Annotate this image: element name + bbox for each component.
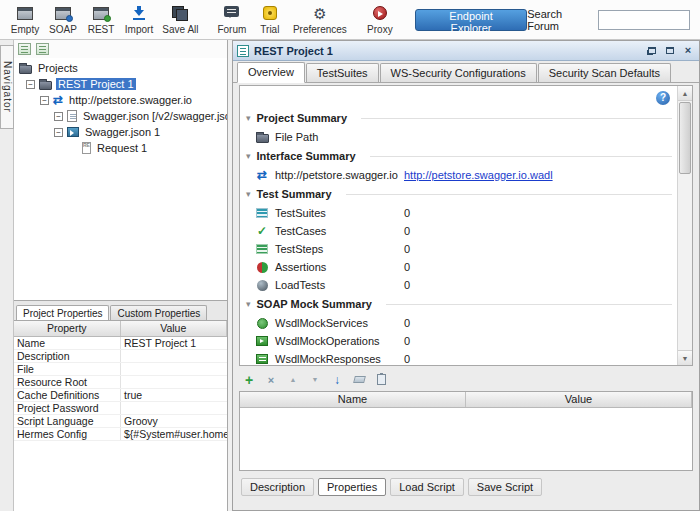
scrollbar[interactable]: ▲ ▼ xyxy=(677,86,692,365)
section-header-test-summary[interactable]: ▾ Test Summary xyxy=(240,184,676,204)
window-buttons: × xyxy=(645,44,695,57)
teststeps-label: TestSteps xyxy=(275,243,323,255)
teststeps-icon xyxy=(256,244,268,254)
property-value-cell[interactable]: ${#System#user.home... xyxy=(121,428,227,440)
tree-item-resource[interactable]: − Swagger.json [/v2/swagger.json] xyxy=(14,108,227,124)
scroll-up-icon[interactable]: ▲ xyxy=(678,86,692,101)
navigator-toolbar-icon-2[interactable] xyxy=(36,43,49,55)
section-header-interface-summary[interactable]: ▾ Interface Summary xyxy=(240,146,676,166)
property-value-cell[interactable] xyxy=(121,363,227,375)
sort-properties-button[interactable]: ↓ xyxy=(330,372,344,387)
float-window-button[interactable] xyxy=(645,44,659,57)
mockoperations-count: 0 xyxy=(404,335,410,347)
tree-label-rest-project: REST Project 1 xyxy=(56,78,136,90)
toolbar-button-preferences[interactable]: ⚙ Preferences xyxy=(289,1,351,39)
teststeps-count: 0 xyxy=(404,243,410,255)
toolbar-button-trial[interactable]: Trial xyxy=(251,1,289,39)
property-name-cell: Name xyxy=(14,337,121,349)
property-value-cell[interactable] xyxy=(121,402,227,414)
collapse-handle-icon[interactable]: − xyxy=(54,112,63,121)
clear-properties-button[interactable] xyxy=(352,372,366,387)
collapse-handle-icon[interactable]: − xyxy=(54,128,63,137)
section-header-soap-mock-summary[interactable]: ▾ SOAP Mock Summary xyxy=(240,294,676,314)
navigator-side-tab[interactable]: Navigator xyxy=(0,45,14,129)
toolbar-button-empty[interactable]: Empty xyxy=(6,1,44,39)
tab-testsuites[interactable]: TestSuites xyxy=(306,63,379,82)
search-forum-input[interactable] xyxy=(598,10,690,30)
project-folder-icon xyxy=(39,81,52,90)
navigator-toolbar xyxy=(14,40,227,58)
property-name-cell: File xyxy=(14,363,121,375)
property-value-cell[interactable]: Groovy xyxy=(121,415,227,427)
testcases-row: ✓ TestCases 0 xyxy=(240,222,676,240)
tree-item-rest-project[interactable]: − REST Project 1 xyxy=(14,76,227,92)
maximize-window-button[interactable] xyxy=(663,44,677,57)
toolbar-button-rest[interactable]: REST xyxy=(82,1,120,39)
project-window: REST Project 1 × Overview TestSuites WS-… xyxy=(232,40,700,511)
tab-description[interactable]: Description xyxy=(241,478,314,496)
preferences-gear-icon: ⚙ xyxy=(313,5,326,22)
toolbar-button-forum[interactable]: Forum xyxy=(213,1,251,39)
soap-project-icon xyxy=(55,5,71,22)
assertions-row: Assertions 0 xyxy=(240,258,676,276)
tab-ws-security-configurations[interactable]: WS-Security Configurations xyxy=(380,63,537,82)
property-name-cell: Hermes Config xyxy=(14,428,121,440)
assertions-count: 0 xyxy=(404,261,410,273)
endpoint-explorer-button[interactable]: Endpoint Explorer xyxy=(415,9,527,31)
close-window-button[interactable]: × xyxy=(681,44,695,57)
search-forum-group: Search Forum xyxy=(527,8,690,32)
property-value-cell[interactable]: REST Project 1 xyxy=(121,337,227,349)
proxy-icon xyxy=(373,5,387,22)
properties-tab-bar: Project Properties Custom Properties xyxy=(14,301,227,320)
scrollbar-thumb[interactable] xyxy=(679,102,691,174)
add-property-button[interactable]: + xyxy=(242,372,256,387)
tree-item-request[interactable]: REST Request 1 xyxy=(14,140,227,156)
interface-label: http://petstore.swagger.io xyxy=(275,169,398,181)
property-value-cell[interactable] xyxy=(121,376,227,388)
testsuites-count: 0 xyxy=(404,207,410,219)
loadtests-row: LoadTests 0 xyxy=(240,276,676,294)
remove-property-button[interactable]: × xyxy=(264,372,278,387)
tree-item-method[interactable]: − Swagger.json 1 xyxy=(14,124,227,140)
column-header-value: Value xyxy=(466,392,692,407)
tab-custom-properties[interactable]: Custom Properties xyxy=(110,305,207,320)
forum-icon xyxy=(224,5,239,22)
help-icon[interactable]: ? xyxy=(656,91,670,105)
mockresponses-row: WsdlMockResponses 0 xyxy=(240,350,676,365)
load-properties-button[interactable] xyxy=(374,372,388,387)
tab-properties[interactable]: Properties xyxy=(318,478,386,496)
tree-item-projects[interactable]: Projects xyxy=(14,60,227,76)
scroll-down-icon[interactable]: ▼ xyxy=(678,350,692,365)
properties-toolbar: + × ▲ ▼ ↓ xyxy=(242,371,388,388)
interface-wadl-link[interactable]: http://petstore.swagger.io.wadl xyxy=(404,169,553,181)
rest-service-icon: ⇄ xyxy=(53,94,63,106)
move-property-down-button[interactable]: ▼ xyxy=(308,372,322,387)
table-row: Project Password xyxy=(14,402,227,415)
toolbar-button-proxy[interactable]: Proxy xyxy=(361,1,399,39)
tab-overview[interactable]: Overview xyxy=(237,62,305,83)
tree-item-interface[interactable]: − ⇄ http://petstore.swagger.io xyxy=(14,92,227,108)
tab-security-scan-defaults[interactable]: Security Scan Defaults xyxy=(538,63,671,82)
tab-save-script[interactable]: Save Script xyxy=(468,478,542,496)
toolbar-label-forum: Forum xyxy=(217,24,246,35)
move-property-up-button[interactable]: ▲ xyxy=(286,372,300,387)
column-header-name: Name xyxy=(240,392,466,407)
properties-table-header: Property Value xyxy=(14,321,227,337)
project-window-titlebar[interactable]: REST Project 1 × xyxy=(233,41,699,61)
toolbar-button-save-all[interactable]: Save All xyxy=(158,1,203,39)
tab-load-script[interactable]: Load Script xyxy=(390,478,464,496)
section-title: Project Summary xyxy=(257,112,347,124)
projects-folder-icon xyxy=(19,65,32,74)
toolbar-label-import: Import xyxy=(125,24,153,35)
collapse-handle-icon[interactable]: − xyxy=(40,96,49,105)
toolbar-button-import[interactable]: Import xyxy=(120,1,158,39)
project-properties-table: Property Value Name REST Project 1 Descr… xyxy=(14,320,227,511)
section-header-project-summary[interactable]: ▾ Project Summary xyxy=(240,108,676,128)
chevron-down-icon: ▾ xyxy=(246,151,251,161)
toolbar-button-soap[interactable]: SOAP xyxy=(44,1,82,39)
tab-project-properties[interactable]: Project Properties xyxy=(16,305,109,320)
collapse-handle-icon[interactable]: − xyxy=(26,80,35,89)
navigator-toolbar-icon-1[interactable] xyxy=(18,43,31,55)
property-value-cell[interactable]: true xyxy=(121,389,227,401)
property-value-cell[interactable] xyxy=(121,350,227,362)
